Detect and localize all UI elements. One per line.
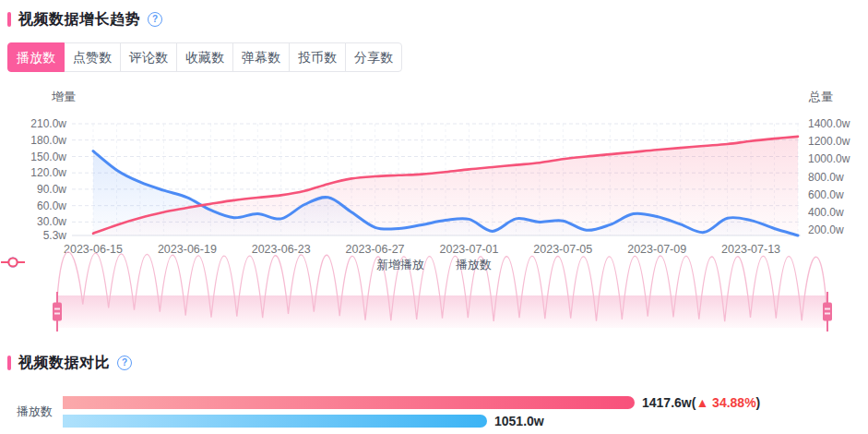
growth-chart-svg: 增量总量210.0w180.0w150.0w120.0w90.0w60.0w30… — [0, 85, 868, 336]
metric-tab-3[interactable]: 收藏数 — [176, 42, 233, 72]
svg-text:30.0w: 30.0w — [37, 215, 66, 228]
legend-item-0[interactable]: 新增播放 — [376, 257, 424, 273]
compare-bar-row-current: 1417.6w(▲ 34.88%) — [63, 395, 760, 409]
legend-marker-icon — [0, 257, 26, 268]
metric-tab-6[interactable]: 分享数 — [345, 42, 402, 72]
compare-bar-row-previous: 1051.0w — [63, 414, 760, 428]
svg-text:2023-06-23: 2023-06-23 — [252, 243, 311, 256]
page: 视频数据增长趋势 ? 播放数点赞数评论数收藏数弹幕数投币数分享数 增量总量210… — [0, 9, 868, 434]
metric-tab-0[interactable]: 播放数 — [7, 42, 65, 72]
metric-tab-2[interactable]: 评论数 — [120, 42, 177, 72]
svg-text:2023-07-13: 2023-07-13 — [721, 243, 780, 256]
metric-tab-5[interactable]: 投币数 — [289, 42, 346, 72]
svg-text:90.0w: 90.0w — [37, 183, 66, 196]
compare-row-label: 播放数 — [17, 404, 63, 420]
svg-text:1000.0w: 1000.0w — [808, 152, 850, 165]
metric-tab-4[interactable]: 弹幕数 — [232, 42, 290, 72]
svg-text:2023-06-27: 2023-06-27 — [346, 243, 405, 256]
help-icon[interactable]: ? — [117, 356, 132, 370]
compare-bars: 1417.6w(▲ 34.88%)1051.0w — [63, 395, 760, 428]
compare-bar-value-current: 1417.6w(▲ 34.88%) — [642, 395, 760, 410]
help-icon[interactable]: ? — [148, 12, 162, 27]
svg-text:800.0w: 800.0w — [808, 171, 844, 184]
svg-text:2023-07-05: 2023-07-05 — [533, 243, 592, 256]
growth-section-title: 视频数据增长趋势 — [18, 10, 140, 30]
left-axis-ticks: 210.0w180.0w150.0w120.0w90.0w60.0w30.0w5… — [30, 117, 66, 242]
svg-text:210.0w: 210.0w — [30, 117, 66, 130]
svg-text:1200.0w: 1200.0w — [808, 135, 850, 148]
svg-text:400.0w: 400.0w — [808, 206, 844, 219]
growth-section-header: 视频数据增长趋势 ? — [7, 9, 868, 30]
title-accent-bar — [7, 356, 11, 370]
svg-text:120.0w: 120.0w — [30, 166, 66, 179]
title-accent-bar — [7, 12, 11, 27]
svg-text:2023-06-19: 2023-06-19 — [158, 243, 217, 256]
legend-item-1[interactable]: 播放数 — [456, 257, 492, 273]
svg-text:180.0w: 180.0w — [30, 134, 66, 147]
compare-bar-current — [63, 396, 635, 409]
compare-value: 1417.6w( — [642, 395, 696, 410]
compare-bar-value-previous: 1051.0w — [494, 414, 544, 428]
chart-legend: 新增播放播放数 — [0, 257, 868, 273]
svg-text:5.3w: 5.3w — [43, 229, 67, 242]
compare-chart: 播放数 1417.6w(▲ 34.88%)1051.0w — [0, 395, 868, 428]
compare-bar-previous — [63, 415, 487, 428]
datazoom-track[interactable] — [57, 295, 827, 328]
growth-chart: 增量总量210.0w180.0w150.0w120.0w90.0w60.0w30… — [0, 85, 868, 336]
compare-section-header: 视频数据对比 ? — [7, 353, 868, 373]
left-axis-name: 增量 — [51, 90, 76, 103]
svg-text:200.0w: 200.0w — [808, 223, 844, 236]
svg-text:150.0w: 150.0w — [30, 151, 66, 163]
compare-section-title: 视频数据对比 — [18, 354, 110, 373]
compare-value: 1051.0w — [494, 414, 544, 428]
svg-text:1400.0w: 1400.0w — [808, 117, 850, 130]
metric-tab-1[interactable]: 点赞数 — [64, 42, 121, 72]
right-axis-ticks: 1400.0w1200.0w1000.0w800.0w600.0w400.0w2… — [808, 117, 850, 236]
legend-label: 新增播放 — [376, 257, 424, 273]
svg-text:2023-06-15: 2023-06-15 — [64, 243, 123, 256]
svg-text:60.0w: 60.0w — [37, 199, 66, 212]
right-axis-name: 总量 — [808, 90, 833, 103]
x-axis-ticks: 2023-06-152023-06-192023-06-232023-06-27… — [64, 243, 780, 256]
compare-delta: ▲ 34.88% — [696, 395, 755, 410]
svg-text:600.0w: 600.0w — [808, 188, 844, 201]
svg-text:2023-07-01: 2023-07-01 — [440, 243, 499, 256]
metric-tabs: 播放数点赞数评论数收藏数弹幕数投币数分享数 — [7, 42, 402, 72]
svg-text:2023-07-09: 2023-07-09 — [627, 243, 686, 256]
legend-label: 播放数 — [456, 257, 492, 273]
